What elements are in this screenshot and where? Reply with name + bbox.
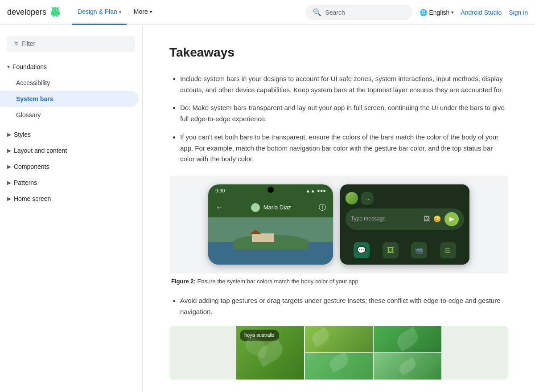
nav-more-icon[interactable]: ⊟ xyxy=(440,242,456,258)
svg-rect-5 xyxy=(56,15,58,17)
chevron-down-icon: ▾ xyxy=(7,64,10,70)
figure-2-caption: Figure 2: Ensure the system bar colors m… xyxy=(169,277,508,286)
figure-caption-text: Ensure the system bar colors match the b… xyxy=(196,278,358,285)
list-item: If you can't set both bars to be transpa… xyxy=(180,132,508,165)
svg-line-9 xyxy=(58,7,59,8)
filter-icon: ≡ xyxy=(14,40,18,47)
avatar xyxy=(251,203,260,212)
android-studio-link[interactable]: Android Studio xyxy=(461,9,502,16)
sidebar-item-home-screen[interactable]: ▶ Home screen xyxy=(0,191,142,207)
plant-image-5 xyxy=(374,353,441,380)
signal-icon: ●●● xyxy=(317,187,326,195)
plant-image-3 xyxy=(374,326,441,352)
info-icon[interactable]: ⓘ xyxy=(319,202,326,213)
plant-image-2 xyxy=(305,326,373,352)
leaf-decoration xyxy=(309,327,332,347)
logo-text: developers xyxy=(7,8,46,17)
back-button[interactable]: ← xyxy=(215,201,223,214)
bullet-list: Include system bars in your designs to a… xyxy=(169,74,508,165)
sidebar-item-system-bars[interactable]: System bars xyxy=(0,91,139,107)
phone-content xyxy=(208,217,333,265)
svg-rect-2 xyxy=(51,12,52,15)
bullet-list-2: Avoid adding tap gestures or drag target… xyxy=(169,295,508,318)
plant-figure: hoya australis xyxy=(169,326,508,380)
chevron-down-icon: ▾ xyxy=(119,9,121,14)
chat-icon: 💬 xyxy=(357,245,366,256)
sidebar-item-accessibility[interactable]: Accessibility xyxy=(0,75,142,91)
chevron-right-icon: ▶ xyxy=(7,196,11,202)
phone-toolbar: ← Maria Diaz ⓘ xyxy=(208,198,333,218)
sidebar-item-glossary[interactable]: Glossary xyxy=(0,107,142,123)
chevron-down-icon: ▾ xyxy=(150,9,152,14)
svg-rect-1 xyxy=(52,11,59,16)
chevron-right-icon: ▶ xyxy=(7,131,11,138)
svg-rect-3 xyxy=(58,12,60,15)
svg-point-6 xyxy=(54,9,54,10)
wifi-icon: ▲▲ xyxy=(305,187,315,195)
globe-icon: 🌐 xyxy=(420,9,427,16)
sidebar-section-title-foundations[interactable]: ▾ Foundations xyxy=(0,59,142,75)
contact-name: Maria Diaz xyxy=(251,203,291,212)
phone-signal-icons: ▲▲ ●●● xyxy=(305,187,326,195)
search-bar[interactable]: 🔍 Search xyxy=(305,4,412,20)
plant-image-4 xyxy=(305,353,373,380)
image-icon[interactable]: 🖼 xyxy=(424,214,430,224)
nav-design-plan[interactable]: Design & Plan ▾ xyxy=(72,0,127,25)
logo-link[interactable]: developers xyxy=(7,6,62,19)
list-item: Do: Make system bars transparent and lay… xyxy=(180,102,508,125)
sign-in-link[interactable]: Sign in xyxy=(509,9,528,16)
tablet-mockup: ... Type message 🖼 😊 ▶ xyxy=(340,184,469,265)
nav-video-icon[interactable]: 📹 xyxy=(411,242,427,258)
video-icon: 📹 xyxy=(415,245,424,256)
page-title: Takeaways xyxy=(169,43,508,63)
message-input[interactable]: Type message 🖼 😊 ▶ xyxy=(346,208,464,230)
tablet-top: ... Type message 🖼 😊 ▶ xyxy=(340,184,469,237)
figure-2-box: 9:30 ▲▲ ●●● ← Maria Diaz ⓘ xyxy=(169,176,508,274)
send-button[interactable]: ▶ xyxy=(444,212,459,226)
sidebar-item-layout[interactable]: ▶ Layout and content xyxy=(0,143,142,159)
nav-photo-icon[interactable]: 🖼 xyxy=(383,242,399,258)
nav-more[interactable]: More ▾ xyxy=(128,0,157,25)
filter-button[interactable]: ≡ Filter xyxy=(7,36,135,52)
phone-time: 9:30 xyxy=(215,187,225,195)
house xyxy=(252,233,274,242)
chevron-right-icon: ▶ xyxy=(7,180,11,186)
figure-caption-bold: Figure 2: xyxy=(171,278,196,285)
svg-rect-4 xyxy=(53,15,54,17)
chevron-down-icon: ▾ xyxy=(451,10,453,15)
main-content: Takeaways Include system bars in your de… xyxy=(143,25,535,392)
emoji-icon[interactable]: 😊 xyxy=(433,214,441,224)
sidebar-section-foundations: ▾ Foundations Accessibility System bars … xyxy=(0,59,142,127)
page-layout: ≡ Filter ▾ Foundations Accessibility Sys… xyxy=(0,25,535,392)
sidebar: ≡ Filter ▾ Foundations Accessibility Sys… xyxy=(0,25,143,392)
leaf-decoration xyxy=(397,357,418,376)
plant-label: hoya australis xyxy=(240,330,279,341)
sidebar-item-styles[interactable]: ▶ Styles xyxy=(0,127,142,143)
list-item: Include system bars in your designs to a… xyxy=(180,74,508,96)
search-text: Search xyxy=(325,9,345,16)
front-camera xyxy=(268,187,274,193)
nav-chat-icon[interactable]: 💬 xyxy=(354,242,370,258)
house-roof xyxy=(249,230,262,234)
message-icons: 🖼 😊 xyxy=(424,214,441,224)
nav-links: Design & Plan ▾ More ▾ xyxy=(72,0,157,25)
leaf-decoration xyxy=(394,327,421,351)
message-placeholder: Type message xyxy=(351,215,420,223)
list-item: Avoid adding tap gestures or drag target… xyxy=(180,295,508,318)
top-navigation: developers Design & Plan ▾ More ▾ 🔍 Sear… xyxy=(0,0,535,25)
svg-line-8 xyxy=(52,7,53,8)
plant-grid: hoya australis xyxy=(236,326,441,380)
svg-point-7 xyxy=(56,9,57,10)
sidebar-item-components[interactable]: ▶ Components xyxy=(0,159,142,175)
leaf-decoration xyxy=(327,353,351,373)
search-icon: 🔍 xyxy=(313,8,321,16)
language-selector[interactable]: 🌐 English ▾ xyxy=(420,9,453,16)
sidebar-item-patterns[interactable]: ▶ Patterns xyxy=(0,175,142,191)
tablet-nav-bar: 💬 🖼 📹 ⊟ xyxy=(340,237,469,264)
landscape-scene xyxy=(208,217,333,265)
android-icon xyxy=(49,6,62,19)
photo-icon: 🖼 xyxy=(387,245,394,256)
chevron-right-icon: ▶ xyxy=(7,163,11,170)
chevron-right-icon: ▶ xyxy=(7,147,11,154)
phone-mockup: 9:30 ▲▲ ●●● ← Maria Diaz ⓘ xyxy=(208,184,333,265)
